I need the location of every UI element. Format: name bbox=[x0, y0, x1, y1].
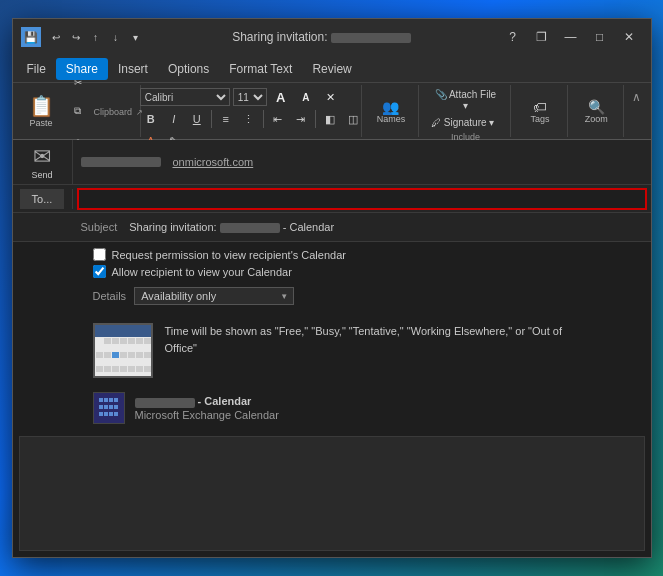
ribbon-clipboard-group: 📋 Paste ✂ ⧉ ⌕ Clipboard ↗ bbox=[17, 85, 141, 137]
grid-cell bbox=[114, 398, 118, 402]
send-icon: ✉ bbox=[33, 144, 51, 170]
calendar-preview-body bbox=[95, 337, 151, 378]
collapse-ribbon-button[interactable]: ∧ bbox=[628, 89, 645, 105]
decrease-indent-button[interactable]: ⇤ bbox=[267, 109, 289, 129]
options-area: Request permission to view recipient's C… bbox=[13, 242, 651, 315]
grid-cell bbox=[104, 398, 108, 402]
names-label: Names bbox=[377, 114, 406, 124]
tags-content: 🏷 Tags bbox=[518, 87, 562, 137]
zoom-button[interactable]: 🔍 Zoom bbox=[574, 87, 618, 137]
calendar-info-section: Time will be shown as "Free," "Busy," "T… bbox=[13, 315, 651, 386]
allow-view-checkbox[interactable] bbox=[93, 265, 106, 278]
details-select[interactable]: Availability only Limited details Full d… bbox=[134, 287, 294, 305]
to-input[interactable] bbox=[77, 188, 647, 210]
calendar-preview-header bbox=[95, 325, 151, 337]
font-size-select[interactable]: 11 bbox=[233, 88, 267, 106]
italic-button[interactable]: I bbox=[163, 109, 185, 129]
calendar-icon-grid bbox=[99, 398, 119, 418]
request-permission-row: Request permission to view recipient's C… bbox=[93, 248, 571, 261]
paste-button[interactable]: 📋 Paste bbox=[23, 90, 60, 132]
ribbon-include-group: 📎 Attach File ▾ 🖊 Signature ▾ Include bbox=[421, 85, 511, 137]
request-permission-checkbox[interactable] bbox=[93, 248, 106, 261]
paste-label: Paste bbox=[29, 118, 52, 128]
grid-cell bbox=[99, 412, 103, 416]
maximize-button[interactable]: □ bbox=[586, 24, 614, 50]
tags-button[interactable]: 🏷 Tags bbox=[518, 87, 562, 137]
from-row-content: onmicrosoft.com bbox=[73, 148, 651, 176]
tags-label: Tags bbox=[530, 114, 549, 124]
calendar-entry: - Calendar Microsoft Exchange Calendar bbox=[13, 386, 651, 430]
grid-cell bbox=[109, 405, 113, 409]
signature-button[interactable]: 🖊 Signature ▾ bbox=[427, 115, 498, 130]
menu-insert[interactable]: Insert bbox=[108, 58, 158, 80]
attach-file-button[interactable]: 📎 Attach File ▾ bbox=[427, 87, 504, 113]
tags-icon: 🏷 bbox=[533, 100, 547, 114]
underline-button[interactable]: U bbox=[186, 109, 208, 129]
send-button[interactable]: ✉ Send bbox=[23, 140, 60, 184]
menu-options[interactable]: Options bbox=[158, 58, 219, 80]
increase-indent-button[interactable]: ⇥ bbox=[290, 109, 312, 129]
minimize-button[interactable]: — bbox=[557, 24, 585, 50]
dropdown-button[interactable]: ▾ bbox=[127, 28, 145, 46]
clear-format-button[interactable]: ✕ bbox=[320, 87, 342, 107]
menu-review[interactable]: Review bbox=[302, 58, 361, 80]
down-button[interactable]: ↓ bbox=[107, 28, 125, 46]
window-title: Sharing invitation: bbox=[149, 30, 495, 44]
grid-cell bbox=[99, 398, 103, 402]
names-button[interactable]: 👥 Names bbox=[369, 87, 413, 137]
decrease-font-button[interactable]: A bbox=[295, 87, 317, 107]
save-icon[interactable]: 💾 bbox=[24, 31, 38, 44]
undo-button[interactable]: ↩ bbox=[47, 28, 65, 46]
cal-cell bbox=[136, 352, 143, 358]
cal-cell bbox=[104, 338, 111, 344]
to-button[interactable]: To... bbox=[20, 189, 65, 209]
bold-button[interactable]: B bbox=[140, 109, 162, 129]
restore-button[interactable]: ❐ bbox=[528, 24, 556, 50]
titlebar-right-controls: ? ❐ — □ ✕ bbox=[499, 24, 643, 50]
request-permission-label: Request permission to view recipient's C… bbox=[112, 249, 346, 261]
calendar-entry-icon bbox=[93, 392, 125, 424]
signature-label: 🖊 Signature ▾ bbox=[431, 117, 494, 128]
to-button-col: To... bbox=[13, 189, 73, 209]
outlook-window: 💾 ↩ ↪ ↑ ↓ ▾ Sharing invitation: ? ❐ — □ … bbox=[12, 18, 652, 558]
bullets-button[interactable]: ≡ bbox=[215, 109, 237, 129]
details-row: Details Availability only Limited detail… bbox=[93, 282, 571, 309]
grid-cell bbox=[114, 405, 118, 409]
ribbon-basic-text-group: Calibri 11 A A ✕ B I U bbox=[143, 85, 362, 137]
cut-button[interactable]: ✂ bbox=[62, 68, 94, 96]
align-center-button[interactable]: ◫ bbox=[342, 109, 364, 129]
to-input-wrapper bbox=[73, 186, 651, 212]
cal-cell bbox=[128, 352, 135, 358]
ribbon: 📋 Paste ✂ ⧉ ⌕ Clipboard ↗ bbox=[13, 83, 651, 140]
copy-button[interactable]: ⧉ bbox=[62, 97, 94, 125]
help-button[interactable]: ? bbox=[499, 24, 527, 50]
format-btns-row: B I U ≡ ⋮ ⇤ ⇥ ◧ ◫ bbox=[140, 109, 364, 129]
ribbon-zoom-group: 🔍 Zoom bbox=[570, 85, 624, 137]
details-select-wrapper: Availability only Limited details Full d… bbox=[134, 286, 294, 305]
from-redacted bbox=[81, 157, 161, 167]
cal-cell bbox=[144, 338, 151, 344]
calendar-text: Time will be shown as "Free," "Busy," "T… bbox=[165, 323, 571, 356]
redo-button[interactable]: ↪ bbox=[67, 28, 85, 46]
separator-2 bbox=[263, 110, 264, 128]
align-left-button[interactable]: ◧ bbox=[319, 109, 341, 129]
message-body[interactable] bbox=[19, 436, 645, 551]
grid-cell bbox=[114, 412, 118, 416]
subject-label: Subject bbox=[73, 217, 126, 237]
email-content-area: ✉ Send onmicrosoft.com To... bbox=[13, 140, 651, 557]
cal-cell bbox=[96, 352, 103, 358]
up-button[interactable]: ↑ bbox=[87, 28, 105, 46]
cal-cell bbox=[96, 366, 103, 372]
menu-format-text[interactable]: Format Text bbox=[219, 58, 302, 80]
calendar-entry-subtitle: Microsoft Exchange Calendar bbox=[135, 409, 279, 421]
separator-1 bbox=[211, 110, 212, 128]
font-family-select[interactable]: Calibri bbox=[140, 88, 230, 106]
close-button[interactable]: ✕ bbox=[615, 24, 643, 50]
ribbon-main-row: 📋 Paste ✂ ⧉ ⌕ Clipboard ↗ bbox=[13, 83, 651, 139]
from-address[interactable]: onmicrosoft.com bbox=[165, 152, 262, 172]
numbering-button[interactable]: ⋮ bbox=[238, 109, 260, 129]
menu-file[interactable]: File bbox=[17, 58, 56, 80]
names-icon: 👥 bbox=[382, 100, 399, 114]
increase-font-button[interactable]: A bbox=[270, 87, 292, 107]
grid-cell bbox=[109, 412, 113, 416]
